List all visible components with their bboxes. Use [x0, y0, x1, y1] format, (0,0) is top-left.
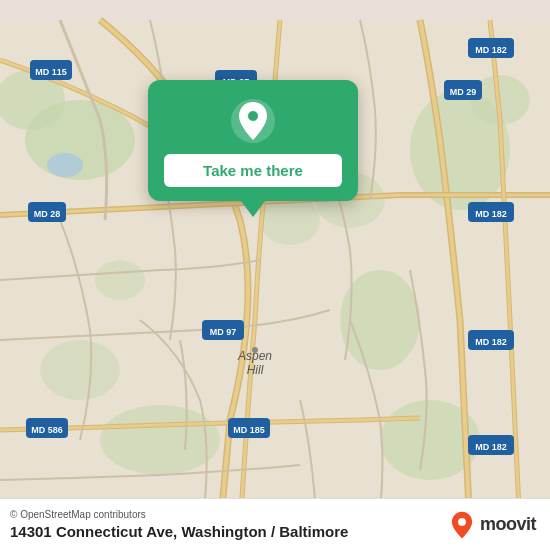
svg-text:MD 182: MD 182 — [475, 337, 507, 347]
svg-text:MD 29: MD 29 — [450, 87, 477, 97]
bottom-bar: © OpenStreetMap contributors 14301 Conne… — [0, 498, 550, 550]
svg-text:MD 185: MD 185 — [233, 425, 265, 435]
svg-point-7 — [100, 405, 220, 475]
svg-point-40 — [458, 518, 466, 526]
svg-point-12 — [47, 153, 83, 177]
moovit-logo: moovit — [448, 511, 536, 539]
moovit-wordmark: moovit — [480, 514, 536, 535]
location-pin-icon — [230, 98, 276, 144]
svg-text:MD 182: MD 182 — [475, 209, 507, 219]
svg-point-39 — [248, 111, 258, 121]
svg-text:MD 97: MD 97 — [210, 327, 237, 337]
svg-text:MD 182: MD 182 — [475, 442, 507, 452]
popup-card: Take me there — [148, 80, 358, 201]
bottom-left-info: © OpenStreetMap contributors 14301 Conne… — [10, 509, 348, 540]
svg-point-10 — [95, 260, 145, 300]
moovit-pin-icon — [448, 511, 476, 539]
svg-text:MD 115: MD 115 — [35, 67, 67, 77]
address-label: 14301 Connecticut Ave, Washington / Balt… — [10, 523, 348, 540]
osm-attribution: © OpenStreetMap contributors — [10, 509, 348, 520]
map-container: MD 115 MD 182 MD 97 MD 29 MD 28 MD 182 M… — [0, 0, 550, 550]
svg-point-37 — [252, 347, 258, 353]
svg-text:Hill: Hill — [247, 363, 264, 377]
svg-text:MD 182: MD 182 — [475, 45, 507, 55]
take-me-there-button[interactable]: Take me there — [164, 154, 342, 187]
svg-text:MD 586: MD 586 — [31, 425, 63, 435]
svg-text:MD 28: MD 28 — [34, 209, 61, 219]
svg-point-8 — [40, 340, 120, 400]
